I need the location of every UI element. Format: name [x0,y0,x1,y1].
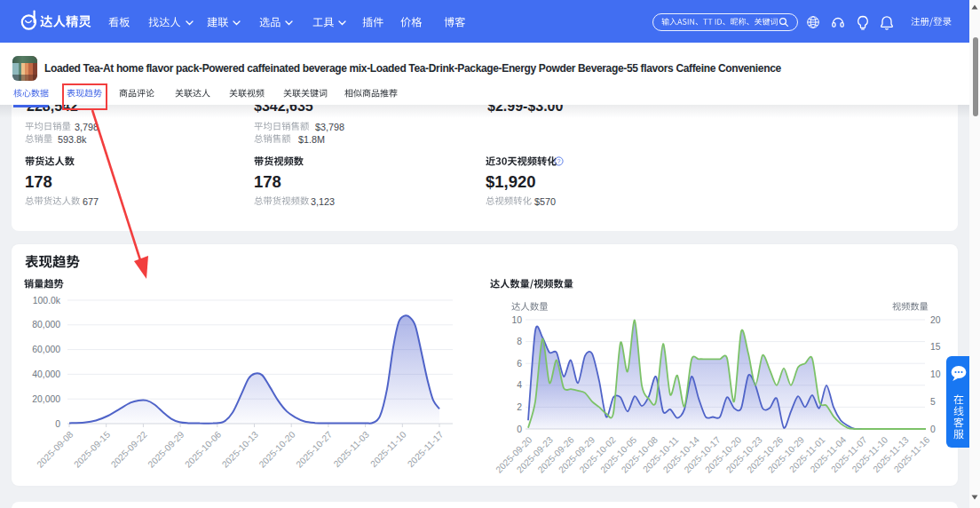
svg-text:6: 6 [517,359,522,369]
svg-text:2025-09-29: 2025-09-29 [146,429,186,469]
svg-text:2: 2 [517,402,522,412]
svg-text:2025-10-27: 2025-10-27 [294,429,334,469]
svg-text:100.0k: 100.0k [33,296,61,306]
svg-text:20,000: 20,000 [32,394,60,404]
svg-text:2025-09-22: 2025-09-22 [109,429,149,469]
svg-text:10: 10 [511,315,522,325]
svg-text:20: 20 [930,315,941,325]
svg-text:80,000: 80,000 [32,320,60,329]
svg-text:2025-10-13: 2025-10-13 [220,429,260,469]
svg-text:0: 0 [55,419,60,429]
svg-text:2025-09-15: 2025-09-15 [72,429,112,469]
svg-text:0: 0 [930,425,936,434]
svg-text:5: 5 [930,397,936,407]
svg-text:?: ? [557,158,560,164]
svg-text:2025-10-06: 2025-10-06 [183,429,223,469]
svg-text:15: 15 [930,342,941,352]
svg-text:2025-11-17: 2025-11-17 [406,429,446,469]
svg-text:2025-11-10: 2025-11-10 [368,429,408,469]
svg-text:4: 4 [517,380,522,390]
svg-text:0: 0 [517,425,522,434]
svg-text:2025-11-03: 2025-11-03 [332,429,372,469]
svg-text:8: 8 [517,337,522,346]
svg-text:2025-10-20: 2025-10-20 [257,429,297,469]
svg-text:10: 10 [930,369,941,379]
svg-text:60,000: 60,000 [32,345,60,354]
svg-text:2025-09-08: 2025-09-08 [35,429,75,469]
svg-text:40,000: 40,000 [32,369,60,379]
